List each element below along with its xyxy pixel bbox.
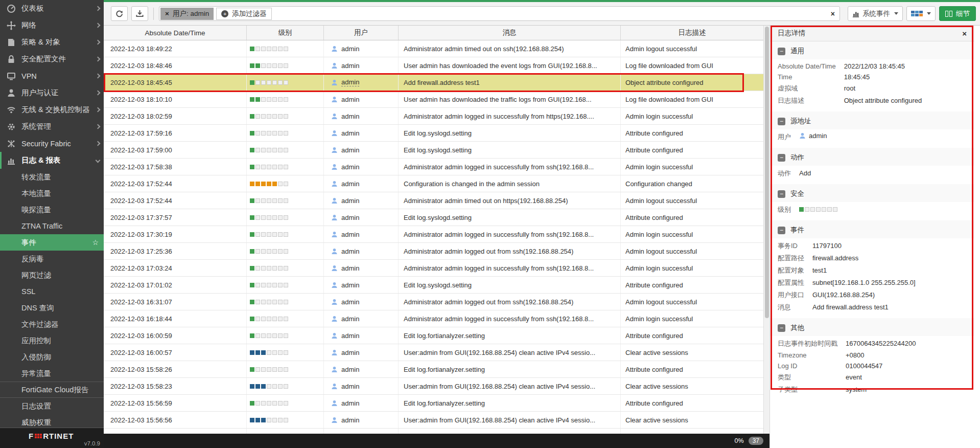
section-header-事件[interactable]: −事件 [770, 220, 974, 238]
table-row[interactable]: 2022-12-03 17:59:16adminEdit log.syslogd… [104, 125, 763, 142]
chevron-right-icon [96, 74, 101, 79]
level-indicator [250, 131, 288, 136]
close-icon[interactable]: × [962, 29, 967, 38]
cell-date: 2022-12-03 17:25:36 [104, 243, 247, 259]
sidebar-item-系统管理[interactable]: 系统管理 [0, 118, 104, 135]
table-row[interactable]: 2022-12-03 17:03:24adminAdministrator ad… [104, 260, 763, 277]
collapse-icon[interactable]: − [778, 324, 785, 332]
table-row[interactable]: 2022-12-03 16:31:07adminAdministrator ad… [104, 294, 763, 310]
section-header-通用[interactable]: −通用 [770, 41, 974, 59]
table-row[interactable]: 2022-12-03 17:37:57adminEdit log.syslogd… [104, 209, 763, 226]
sidebar-subitem-DNS 查询[interactable]: DNS 查询 [0, 300, 104, 316]
collapse-icon[interactable]: − [778, 118, 785, 125]
section-header-其他[interactable]: −其他 [770, 318, 974, 336]
cell-date: 2022-12-03 17:59:16 [104, 125, 247, 141]
policy-view-dropdown[interactable] [906, 6, 936, 21]
detail-row: Absolute Date/Time2022/12/03 18:45:45 [778, 61, 922, 72]
table-row[interactable]: 2022-12-03 15:56:59adminEdit log.fortian… [104, 395, 763, 412]
cell-message: Edit log.fortianalyzer.setting [399, 395, 621, 411]
remove-filter-icon[interactable]: × [165, 10, 169, 17]
table-row[interactable]: 2022-12-03 16:00:59adminEdit log.fortian… [104, 327, 763, 344]
log-view-dropdown[interactable]: 系统事件 [848, 6, 903, 21]
table-row[interactable]: 2022-12-03 17:52:44adminAdministrator ad… [104, 192, 763, 209]
table-row[interactable]: 2022-12-03 16:00:57adminUser:admin from … [104, 344, 763, 361]
sidebar-subitem-反病毒[interactable]: 反病毒 [0, 251, 104, 267]
sidebar-subitem-事件[interactable]: 事件☆ [0, 234, 104, 251]
sidebar-subitem-label: SSL [21, 287, 35, 296]
sidebar-subitem-文件过滤器[interactable]: 文件过滤器 [0, 316, 104, 332]
sidebar-subitem-本地流量[interactable]: 本地流量 [0, 185, 104, 201]
table-row[interactable]: 2022-12-03 15:53:48adminAdministrator ad… [104, 429, 763, 434]
collapse-icon[interactable]: − [778, 154, 785, 162]
sidebar-subitem-ZTNA Traffic[interactable]: ZTNA Traffic [0, 218, 104, 234]
table-row[interactable]: 2022-12-03 18:45:45adminAdd firewall.add… [104, 74, 763, 91]
sidebar-item-安全配置文件[interactable]: 安全配置文件 [0, 51, 104, 68]
filter-bar[interactable]: × 用户: admin + 添加过滤器 × [159, 6, 840, 21]
sidebar-subitem-入侵防御[interactable]: 入侵防御 [0, 349, 104, 365]
table-row[interactable]: 2022-12-03 18:48:46adminUser admin has d… [104, 57, 763, 74]
details-toggle-button[interactable]: 细节 [939, 6, 976, 21]
sidebar-item-用户与认证[interactable]: 用户与认证 [0, 84, 104, 101]
detail-value: test1 [812, 264, 916, 277]
sidebar-subitem-转发流量[interactable]: 转发流量 [0, 169, 104, 185]
table-row[interactable]: 2022-12-03 17:59:00adminEdit log.syslogd… [104, 142, 763, 159]
cell-level [247, 310, 324, 327]
column-header-4[interactable]: 日志描述 [621, 26, 763, 40]
table-row[interactable]: 2022-12-03 18:49:22adminAdministrator ad… [104, 40, 763, 57]
cell-message: Administrator admin logged in successful… [399, 260, 621, 276]
sidebar-subitem-label: 应用控制 [21, 336, 51, 346]
table-scrollbar[interactable] [763, 26, 769, 434]
filter-chip-user-admin[interactable]: × 用户: admin [160, 8, 214, 20]
sidebar-item-Security Fabric[interactable]: Security Fabric [0, 135, 104, 152]
section-header-源地址[interactable]: −源地址 [770, 111, 974, 129]
column-header-0[interactable]: Absolute Date/Time [104, 26, 247, 40]
table-row[interactable]: 2022-12-03 15:58:26adminEdit log.fortian… [104, 361, 763, 378]
column-header-3[interactable]: 消息 [399, 26, 621, 40]
table-row[interactable]: 2022-12-03 17:58:38adminAdministrator ad… [104, 159, 763, 175]
sidebar-item-网络[interactable]: 网络 [0, 17, 104, 34]
add-filter-label: 添加过滤器 [232, 9, 267, 18]
sidebar-subitem-SSL[interactable]: SSL [0, 283, 104, 300]
sidebar-item-无线 & 交换机控制器[interactable]: 无线 & 交换机控制器 [0, 101, 104, 118]
sidebar-subitem-FortiGate Cloud报告[interactable]: FortiGate Cloud报告 [0, 382, 104, 398]
cell-message: User:admin from GUI(192.168.88.254) clea… [399, 412, 621, 428]
clear-filters-icon[interactable]: × [831, 10, 835, 18]
sidebar-subitem-日志设置[interactable]: 日志设置 [0, 398, 104, 414]
refresh-button[interactable] [111, 6, 128, 21]
sidebar-subitem-应用控制[interactable]: 应用控制 [0, 332, 104, 349]
cell-date: 2022-12-03 15:56:56 [104, 412, 247, 428]
table-row[interactable]: 2022-12-03 17:52:44adminConfiguration is… [104, 175, 763, 192]
table-row[interactable]: 2022-12-03 18:10:10adminUser admin has d… [104, 91, 763, 108]
section-header-安全[interactable]: −安全 [770, 184, 974, 202]
person-icon [331, 316, 338, 322]
sidebar-item-VPN[interactable]: VPN [0, 68, 104, 84]
table-row[interactable]: 2022-12-03 15:58:23adminUser:admin from … [104, 378, 763, 395]
sidebar-subitem-嗅探流量[interactable]: 嗅探流量 [0, 201, 104, 218]
cell-user: admin [324, 125, 399, 141]
table-row[interactable]: 2022-12-03 18:02:59adminAdministrator ad… [104, 108, 763, 125]
table-row[interactable]: 2022-12-03 15:56:56adminUser:admin from … [104, 412, 763, 429]
level-indicator [250, 232, 288, 237]
table-row[interactable]: 2022-12-03 17:01:02adminEdit log.syslogd… [104, 277, 763, 294]
sidebar-subitem-网页过滤[interactable]: 网页过滤 [0, 267, 104, 283]
cell-date: 2022-12-03 16:00:57 [104, 344, 247, 361]
download-button[interactable] [131, 6, 148, 21]
sidebar-subitem-label: 网页过滤 [21, 271, 51, 280]
collapse-icon[interactable]: − [778, 48, 785, 55]
section-header-动作[interactable]: −动作 [770, 148, 974, 166]
table-row[interactable]: 2022-12-03 17:30:19adminAdministrator ad… [104, 226, 763, 243]
table-row[interactable]: 2022-12-03 16:18:44adminAdministrator ad… [104, 310, 763, 327]
table-row[interactable]: 2022-12-03 17:25:36adminAdministrator ad… [104, 243, 763, 260]
sidebar-item-策略 & 对象[interactable]: 策略 & 对象 [0, 34, 104, 51]
add-filter-button[interactable]: + 添加过滤器 [216, 8, 272, 20]
collapse-icon[interactable]: − [778, 227, 785, 234]
sidebar-item-仪表板[interactable]: 仪表板 [0, 0, 104, 17]
collapse-icon[interactable]: − [778, 190, 785, 198]
level-indicator [250, 215, 288, 220]
sidebar-subitem-异常流量[interactable]: 异常流量 [0, 365, 104, 382]
star-icon[interactable]: ☆ [92, 238, 99, 247]
column-header-1[interactable]: 级别 [247, 26, 324, 40]
sidebar-item-日志 & 报表[interactable]: 日志 & 报表 [0, 152, 104, 169]
scrollbar-thumb[interactable] [765, 27, 769, 318]
column-header-2[interactable]: 用户 [324, 26, 399, 40]
